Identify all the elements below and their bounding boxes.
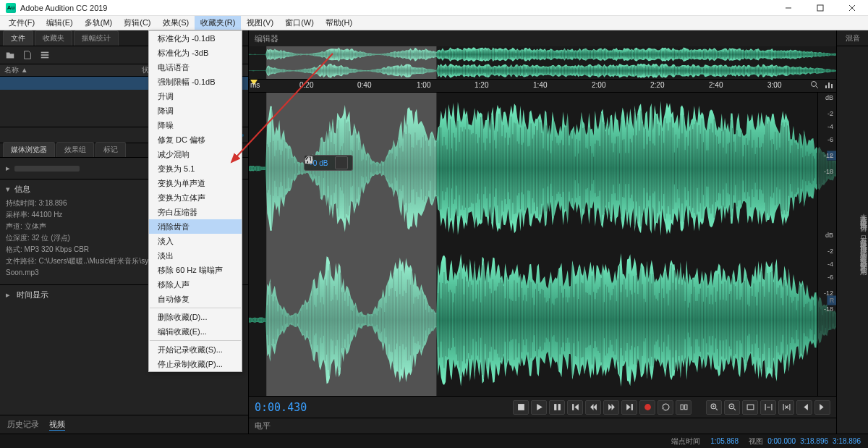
go-end-button[interactable] — [621, 400, 637, 415]
favorites-item[interactable]: 旁白压缩器 — [149, 205, 242, 219]
svg-rect-5 — [266, 46, 436, 79]
menu-edit[interactable]: 编辑(E) — [41, 16, 79, 30]
ruler-tick: 1:00 — [417, 81, 430, 89]
db-mark: -2 — [827, 110, 833, 117]
tab-favorites[interactable]: 收藏夹 — [35, 30, 72, 46]
tab-amplitude-stats[interactable]: 振幅统计 — [74, 30, 119, 46]
favorites-item[interactable]: 移除人声 — [149, 277, 242, 292]
zoom-in-button[interactable] — [706, 400, 722, 415]
zoom-sel-in-button[interactable] — [760, 400, 776, 415]
menu-effects[interactable]: 效果(S) — [157, 16, 195, 30]
skip-selection-button[interactable] — [676, 400, 692, 415]
stop-button[interactable] — [513, 400, 529, 415]
status-view-dur: 3:18.896 — [833, 437, 861, 445]
favorites-item[interactable]: 淡入 — [149, 234, 242, 248]
zoom-full-button[interactable] — [742, 400, 758, 415]
favorites-item[interactable]: 开始记录收藏(S)... — [149, 342, 242, 357]
svg-point-6 — [812, 82, 817, 87]
current-time: 0:00.430 — [255, 401, 349, 414]
minimize-button[interactable] — [773, 0, 804, 16]
menu-clip[interactable]: 剪辑(C) — [118, 16, 156, 30]
tab-effects-rack[interactable]: 效果组 — [56, 142, 94, 157]
favorites-item[interactable]: 淡出 — [149, 248, 242, 263]
favorites-item[interactable]: 减少混响 — [149, 147, 242, 161]
favorites-item[interactable]: 电话语音 — [149, 60, 242, 75]
favorites-item[interactable]: 消除齿音 — [149, 219, 242, 234]
db-mark: -12 — [824, 152, 833, 159]
menu-help[interactable]: 帮助(H) — [320, 16, 358, 30]
chevron-right-icon[interactable]: ▸ — [6, 164, 10, 173]
left-bottom-tabs: 历史记录 视频 — [0, 415, 248, 434]
app-icon — [6, 3, 16, 13]
tab-video[interactable]: 视频 — [49, 419, 65, 431]
svg-point-20 — [644, 404, 651, 410]
ruler-tick: 2:00 — [592, 81, 605, 89]
svg-rect-4 — [41, 57, 49, 59]
db-mark: -18 — [824, 168, 833, 175]
svg-rect-15 — [518, 404, 524, 410]
play-button[interactable] — [531, 400, 547, 415]
mixer-title: 混音 — [837, 30, 868, 46]
favorites-item[interactable]: 变换为单声道 — [149, 176, 242, 190]
levels-panel: 电平 — [249, 418, 836, 434]
menu-favorites[interactable]: 收藏夹(R) — [195, 16, 241, 30]
rewind-button[interactable] — [585, 400, 601, 415]
favorites-item[interactable]: 降噪 — [149, 118, 242, 132]
menu-view[interactable]: 视图(V) — [241, 16, 279, 30]
zoom-prev-button[interactable] — [796, 400, 812, 415]
waveform-display[interactable]: +0 dB L R dB-2-4-6-12-18dB-2-4-6-12-18 — [249, 93, 836, 396]
favorites-item[interactable]: 编辑收藏(E)... — [149, 324, 242, 339]
spectral-icon[interactable] — [825, 80, 833, 90]
tab-files[interactable]: 文件 — [3, 30, 33, 46]
gain-hud[interactable]: +0 dB — [304, 155, 353, 171]
go-start-button[interactable] — [567, 400, 583, 415]
db-mark: -2 — [827, 248, 833, 255]
ruler-tick: 2:40 — [709, 81, 723, 89]
favorites-item[interactable]: 升调 — [149, 89, 242, 103]
search-icon[interactable] — [810, 80, 819, 90]
zoom-next-button[interactable] — [814, 400, 830, 415]
zoom-sel-out-button[interactable] — [778, 400, 794, 415]
favorites-item[interactable]: 降调 — [149, 103, 242, 118]
menu-window[interactable]: 窗口(W) — [279, 16, 320, 30]
open-file-icon[interactable] — [4, 49, 16, 61]
zoom-out-button[interactable] — [724, 400, 740, 415]
tab-markers[interactable]: 标记 — [95, 142, 126, 157]
right-column: 编辑器 ms0:200:401:001:201:402:002:202:403:… — [249, 30, 868, 434]
favorites-item[interactable]: 强制限幅 -0.1dB — [149, 75, 242, 89]
loop-button[interactable] — [658, 400, 673, 415]
maximize-button[interactable] — [804, 0, 836, 16]
favorites-item[interactable]: 自动修复 — [149, 292, 242, 306]
menu-multitrack[interactable]: 多轨(M) — [79, 16, 119, 30]
menu-file[interactable]: 文件(F) — [3, 16, 41, 30]
favorites-dropdown[interactable]: 标准化为 -0.1dB标准化为 -3dB电话语音强制限幅 -0.1dB升调降调降… — [148, 30, 242, 372]
favorites-item[interactable]: 停止录制收藏(P)... — [149, 357, 242, 371]
pause-button[interactable] — [549, 400, 565, 415]
favorites-item[interactable]: 标准化为 -3dB — [149, 46, 242, 60]
new-file-icon[interactable] — [22, 49, 33, 61]
multitrack-icon[interactable] — [39, 49, 51, 61]
forward-button[interactable] — [603, 400, 619, 415]
svg-rect-9 — [831, 84, 833, 88]
chevron-right-icon[interactable]: ▸ — [6, 290, 10, 299]
favorites-item[interactable]: 标准化为 -0.1dB — [149, 31, 242, 46]
close-button[interactable] — [836, 0, 868, 16]
ruler-tick: 1:20 — [475, 81, 488, 89]
col-name[interactable]: 名称 ▲ — [4, 65, 113, 75]
tab-media-browser[interactable]: 媒体浏览器 — [3, 142, 55, 157]
timeline-ruler[interactable]: ms0:200:401:001:201:402:002:202:403:00 — [249, 80, 836, 93]
db-mark: dB — [825, 94, 833, 101]
favorites-item[interactable]: 移除 60 Hz 嗡嗡声 — [149, 263, 242, 277]
svg-rect-2 — [41, 52, 49, 54]
overview-waveform[interactable] — [249, 46, 836, 80]
favorites-item[interactable]: 变换为立体声 — [149, 190, 242, 205]
record-button[interactable] — [639, 400, 655, 415]
info-title: 信息 — [14, 184, 30, 195]
favorites-item[interactable]: 修复 DC 偏移 — [149, 132, 242, 147]
pin-button[interactable] — [335, 156, 348, 169]
chevron-down-icon[interactable]: ▾ — [6, 185, 10, 194]
browser-content — [14, 166, 80, 172]
tab-history[interactable]: 历史记录 — [7, 419, 39, 430]
favorites-item[interactable]: 变换为 5.1 — [149, 161, 242, 176]
favorites-item[interactable]: 删除收藏(D)... — [149, 310, 242, 324]
